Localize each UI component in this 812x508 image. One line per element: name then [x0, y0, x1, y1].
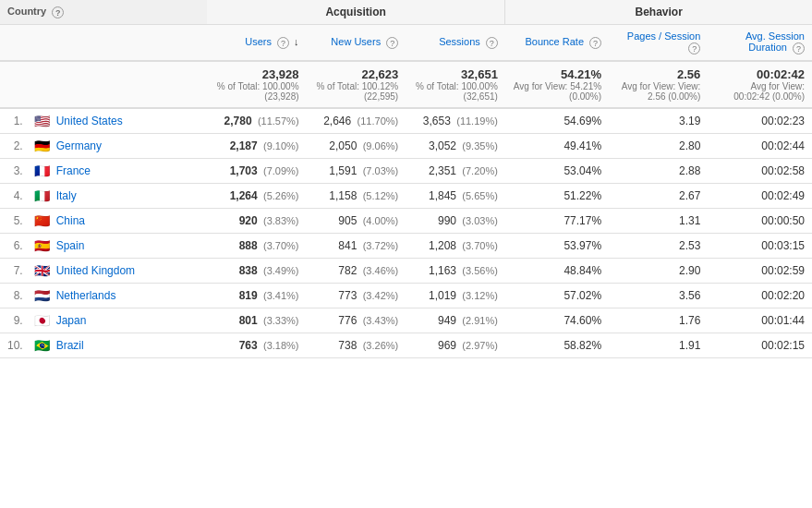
row-number: 9. — [0, 308, 27, 333]
pages-session-cell: 3.56 — [609, 283, 708, 308]
sessions-cell: 949 (2.91%) — [406, 308, 505, 333]
avg-session-help-icon[interactable]: ? — [793, 42, 805, 54]
country-cell: 🇳🇱 Netherlands — [27, 283, 207, 308]
country-flag: 🇺🇸 — [34, 115, 51, 127]
sessions-cell: 1,845 (5.65%) — [406, 183, 505, 208]
row-number: 4. — [0, 183, 27, 208]
bounce-rate-cell: 53.97% — [505, 233, 609, 258]
table-row: 9. 🇯🇵 Japan 801 (3.33%) 776 (3.43%) 949 … — [0, 308, 812, 333]
users-cell: 1,703 (7.09%) — [207, 158, 307, 183]
users-cell: 801 (3.33%) — [207, 308, 307, 333]
row-number: 3. — [0, 158, 27, 183]
sessions-cell: 2,351 (7.20%) — [406, 158, 505, 183]
avg-session-cell: 00:02:23 — [708, 108, 812, 134]
bounce-rate-cell: 51.22% — [505, 183, 609, 208]
bounce-rate-help-icon[interactable]: ? — [589, 37, 601, 49]
avg-session-cell: 00:02:44 — [708, 133, 812, 158]
country-cell: 🇮🇹 Italy — [27, 183, 207, 208]
totals-row: 23,928 % of Total: 100.00% (23,928) 22,6… — [0, 61, 812, 108]
users-value: 2,780 — [224, 115, 252, 127]
new-users-cell: 905 (4.00%) — [307, 208, 406, 233]
country-link[interactable]: United Kingdom — [56, 264, 135, 277]
acquisition-group-header: Acquisition — [207, 0, 505, 25]
totals-new-users-value: 22,623 — [361, 67, 398, 81]
country-link[interactable]: France — [56, 164, 91, 177]
table-row: 5. 🇨🇳 China 920 (3.83%) 905 (4.00%) 990 … — [0, 208, 812, 233]
new-users-cell: 782 (3.46%) — [307, 258, 406, 283]
totals-bounce-rate: 54.21% Avg for View: 54.21% (0.00%) — [505, 61, 609, 108]
sessions-cell: 1,019 (3.12%) — [406, 283, 505, 308]
users-cell: 2,187 (9.10%) — [207, 133, 307, 158]
users-help-icon[interactable]: ? — [277, 37, 289, 49]
users-pct: (3.41%) — [263, 290, 299, 301]
country-link[interactable]: Germany — [56, 139, 102, 152]
totals-label — [0, 61, 207, 108]
table-row: 4. 🇮🇹 Italy 1,264 (5.26%) 1,158 (5.12%) … — [0, 183, 812, 208]
users-value: 801 — [239, 314, 258, 327]
users-pct: (9.10%) — [263, 140, 299, 151]
sessions-cell: 1,208 (3.70%) — [406, 233, 505, 258]
sessions-cell: 990 (3.03%) — [406, 208, 505, 233]
users-cell: 838 (3.49%) — [207, 258, 307, 283]
users-pct: (3.33%) — [263, 315, 299, 326]
country-section-header: Country ? — [0, 0, 207, 25]
users-label[interactable]: Users — [245, 36, 272, 47]
users-value: 920 — [239, 214, 258, 227]
users-pct: (5.26%) — [263, 190, 299, 201]
bounce-rate-col-header[interactable]: Bounce Rate ? — [505, 25, 609, 61]
table-row: 2. 🇩🇪 Germany 2,187 (9.10%) 2,050 (9.06%… — [0, 133, 812, 158]
sessions-cell: 969 (2.97%) — [406, 333, 505, 357]
country-flag: 🇳🇱 — [34, 289, 51, 301]
totals-avg-session-value: 00:02:42 — [757, 67, 805, 81]
sessions-label[interactable]: Sessions — [439, 36, 480, 47]
sessions-pct: (3.12%) — [462, 290, 498, 301]
country-cell: 🇬🇧 United Kingdom — [27, 258, 207, 283]
country-help-icon[interactable]: ? — [52, 6, 64, 18]
new-users-pct: (5.12%) — [363, 190, 399, 201]
users-col-header[interactable]: Users ? ↓ — [207, 25, 307, 61]
users-value: 819 — [239, 289, 258, 302]
totals-users-sub: % of Total: 100.00% (23,928) — [214, 81, 299, 102]
bounce-rate-label[interactable]: Bounce Rate — [525, 36, 584, 47]
new-users-label[interactable]: New Users — [331, 36, 381, 47]
new-users-help-icon[interactable]: ? — [386, 37, 398, 49]
totals-pages-session-sub: Avg for View: View: 2.56 (0.00%) — [616, 81, 700, 102]
country-flag: 🇪🇸 — [34, 239, 51, 251]
users-value: 838 — [239, 264, 258, 277]
country-link[interactable]: United States — [56, 115, 123, 127]
country-link[interactable]: Brazil — [56, 339, 84, 352]
behavior-label: Behavior — [636, 6, 683, 18]
row-number: 2. — [0, 133, 27, 158]
new-users-pct: (11.70%) — [358, 115, 399, 127]
bounce-rate-cell: 49.41% — [505, 133, 609, 158]
country-link[interactable]: Netherlands — [56, 289, 116, 302]
country-flag: 🇯🇵 — [34, 314, 51, 326]
country-link[interactable]: China — [56, 214, 85, 227]
country-cell: 🇩🇪 Germany — [27, 133, 207, 158]
country-flag: 🇫🇷 — [34, 164, 51, 176]
sessions-col-header[interactable]: Sessions ? — [406, 25, 505, 61]
totals-pages-session-value: 2.56 — [677, 67, 700, 81]
pages-session-cell: 2.67 — [609, 183, 708, 208]
avg-session-col-header[interactable]: Avg. Session Duration ? — [708, 25, 812, 61]
sessions-help-icon[interactable]: ? — [486, 37, 498, 49]
country-col-header — [0, 25, 207, 61]
table-row: 8. 🇳🇱 Netherlands 819 (3.41%) 773 (3.42%… — [0, 283, 812, 308]
pages-session-label[interactable]: Pages / Session — [627, 30, 701, 42]
country-cell: 🇧🇷 Brazil — [27, 333, 207, 357]
country-link[interactable]: Japan — [56, 314, 87, 327]
new-users-cell: 738 (3.26%) — [307, 333, 406, 357]
row-number: 7. — [0, 258, 27, 283]
country-link[interactable]: Spain — [56, 239, 85, 252]
users-value: 763 — [239, 339, 258, 352]
table-row: 7. 🇬🇧 United Kingdom 838 (3.49%) 782 (3.… — [0, 258, 812, 283]
pages-session-col-header[interactable]: Pages / Session ? — [609, 25, 708, 61]
country-link[interactable]: Italy — [56, 189, 77, 202]
new-users-pct: (9.06%) — [363, 140, 399, 151]
pages-session-help-icon[interactable]: ? — [688, 42, 700, 54]
new-users-col-header[interactable]: New Users ? — [307, 25, 406, 61]
sessions-pct: (7.20%) — [462, 165, 498, 176]
avg-session-cell: 00:02:49 — [708, 183, 812, 208]
new-users-cell: 1,591 (7.03%) — [307, 158, 406, 183]
bounce-rate-cell: 54.69% — [505, 108, 609, 134]
